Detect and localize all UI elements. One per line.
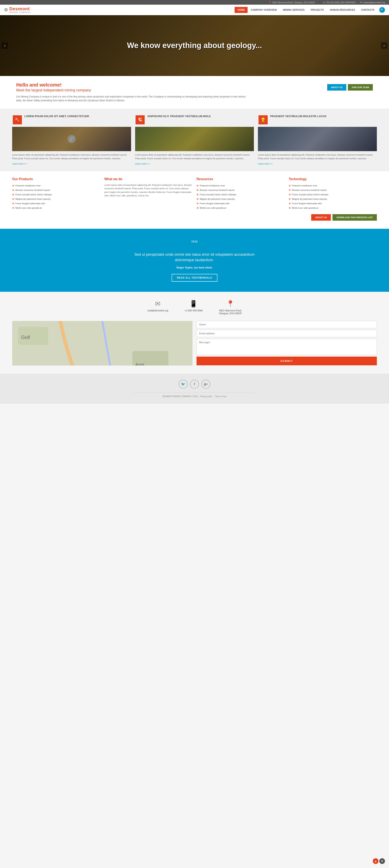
contact-email: mail@demolink.org [147,309,168,312]
service-item-2: 🏗 ADIPISCING ELIT. PRAESENT VESTIBULUM M… [135,115,254,165]
services-section: ⛏ LOREM IPSUM DOLOR SIT AMET, CONSECTETU… [0,108,389,171]
name-input[interactable] [197,321,377,328]
service-item-1: ⛏ LOREM IPSUM DOLOR SIT AMET, CONSECTETU… [12,115,131,165]
welcome-buttons: ABOUT US JOIN OUR TEAM [327,84,373,91]
about-us-button[interactable]: ABOUT US [327,84,346,91]
products-buttons: ABOUT US DOWNLOAD OUR SERVICES LIST [12,214,377,221]
nav-item-projects[interactable]: PROJECTS [308,7,327,13]
resources-item: Morbi nunc odio gravida at [197,206,285,210]
testimonial-section: ““ Sed ut perspiciatis unde omnis iste n… [0,229,389,292]
resources-item: Fusce suscipit varius miocin natoque [197,192,285,197]
contact-phone-item: 📱 +1 800 559 6580 [184,300,203,315]
products-list: Praesent vestibulum moe Aenean nonummy h… [12,183,100,210]
products-section: Our Products Praesent vestibulum moe Aen… [0,171,389,229]
twitter-icon: 🐦 [181,382,185,386]
contact-form: SUBMIT [197,321,377,366]
service-icon-2: 🏗 [135,115,145,125]
googleplus-icon: g+ [204,382,208,386]
twitter-button[interactable]: 🐦 [179,380,188,389]
products-item: Fusce suscipit varius miocin natoque [12,192,100,197]
technology-col: Technology Praesent vestibulum moe Aenea… [289,177,377,210]
products-grid: Our Products Praesent vestibulum moe Aen… [12,177,377,210]
products-item: Praesent vestibulum moe [12,183,100,188]
technology-item: Aenean nonummy hendrerit mauris [289,188,377,192]
message-input[interactable] [197,339,377,355]
technology-item: Praesent vestibulum moe [289,183,377,188]
map-placeholder: Golf Area [12,321,192,366]
nav-item-home[interactable]: HOME [235,7,248,13]
service-image-overlay-3 [258,127,377,151]
products-title: Our Products [12,177,100,181]
facebook-button[interactable]: f [190,380,199,389]
welcome-subtitle: Meet the largest independent mining comp… [16,88,248,92]
products-about-button[interactable]: ABOUT US [311,214,331,221]
nav-item-mining[interactable]: MINING SERVICES [280,7,307,13]
products-col-1: Our Products Praesent vestibulum moe Aen… [12,177,100,210]
nav-item-contacts[interactable]: CONTACTS [358,7,377,13]
contact-section: ✉ mail@demolink.org 📱 +1 800 559 6580 📍 … [0,292,389,374]
nav-item-company[interactable]: COMPANY OVERVIEW [248,7,280,13]
footer-divider [134,393,255,393]
contact-address-item: 📍 8901 Marmora Road Glasgow, DO4 89GR [219,300,242,315]
hero-section: ‹ We know everything about geology... › [0,15,389,76]
service-icon-3: 👷 [258,115,268,125]
contact-body: Golf Area SUBMIT [12,321,377,366]
learn-more-3[interactable]: Learn more >> [258,162,272,165]
what-we-do-text: Lorem ipsum dolor sit asectetuer adipisc… [104,183,192,197]
join-team-button[interactable]: JOIN OUR TEAM [348,84,373,91]
submit-button[interactable]: SUBMIT [197,356,377,365]
learn-more-1[interactable]: Learn more >> [12,162,27,165]
testimonial-text: Sed ut perspiciatis unde omnis iste natu… [134,252,255,263]
main-nav: HOME COMPANY OVERVIEW MINING SERVICES PR… [235,7,385,13]
phone-contact-icon: 📱 [189,300,198,308]
welcome-description: Our Mining Company is unique in that it … [16,95,248,102]
footer: 🐦 f g+ DESMONT MINING COMPANY © 2015 Pri… [0,374,389,404]
social-icons: 🐦 f g+ [12,380,377,389]
top-bar-email: ✉ contact@demolink.org [360,1,385,4]
resources-item: Praesent vestibulum moe [197,183,285,188]
learn-more-2[interactable]: Learn more >> [135,162,150,165]
email-icon: ✉ [360,1,362,4]
facebook-icon: f [194,382,195,386]
svg-text:Golf: Golf [21,335,30,340]
read-testimonials-button[interactable]: READ ALL TESTIMONIALS [172,274,217,282]
resources-title: Resources [197,177,285,181]
what-we-do-title: What we do [104,177,192,181]
welcome-title: Hello and welcome! [16,82,248,88]
service-image-overlay-2 [135,127,254,151]
header: ⚙ Desmont MINING COMPANY HOME COMPANY OV… [0,5,389,15]
contact-phone: +1 800 559 6580 [184,309,203,312]
download-services-button[interactable]: DOWNLOAD OUR SERVICES LIST [332,214,377,221]
map-svg: Golf Area [12,321,192,366]
technology-title: Technology [289,177,377,181]
service-header-1: ⛏ LOREM IPSUM DOLOR SIT AMET, CONSECTETU… [12,115,131,125]
resources-item: Aenean nonummy hendrerit mauris [197,188,285,192]
service-image-1[interactable]: 🔗 [12,127,131,151]
search-button[interactable]: 🔍 [379,7,385,13]
products-item: Aenean nonummy hendrerit mauris [12,188,100,192]
email-input[interactable] [197,330,377,337]
hero-content: We know everything about geology... [0,40,389,51]
top-bar: 📍 8901 Mormora Road, Glasgow, DO4 89GR 📞… [0,0,389,5]
products-item: Fusce feugiat malesuada odio [12,201,100,206]
service-header-2: 🏗 ADIPISCING ELIT. PRAESENT VESTIBULUM M… [135,115,254,125]
service-image-2[interactable] [135,127,254,151]
location-contact-icon: 📍 [226,300,234,308]
technology-list: Praesent vestibulum moe Aenean nonummy h… [289,183,377,210]
service-icon-1: ⛏ [12,115,22,125]
mining-icon-1: ⛏ [13,115,22,124]
quote-icon: ““ [16,239,373,249]
nav-item-hr[interactable]: HUMAN RESOURCES [327,7,358,13]
link-icon-1: 🔗 [67,135,75,143]
hero-prev-button[interactable]: ‹ [2,42,8,49]
hero-next-button[interactable]: › [381,42,387,49]
terms-link[interactable]: Terms of use [215,395,227,398]
privacy-link[interactable]: Privacy policy [200,395,212,398]
service-desc-1: Lorem ipsum dolor sit asectetuer adipisc… [12,153,131,160]
footer-copyright: DESMONT MINING COMPANY © 2015 Privacy po… [12,395,377,398]
service-title-1: LOREM IPSUM DOLOR SIT AMET, CONSECTETUER [24,115,89,118]
googleplus-button[interactable]: g+ [201,380,210,389]
welcome-section: Hello and welcome! Meet the largest inde… [0,76,389,108]
gear-icon: ⚙ [4,7,8,12]
service-image-3[interactable] [258,127,377,151]
